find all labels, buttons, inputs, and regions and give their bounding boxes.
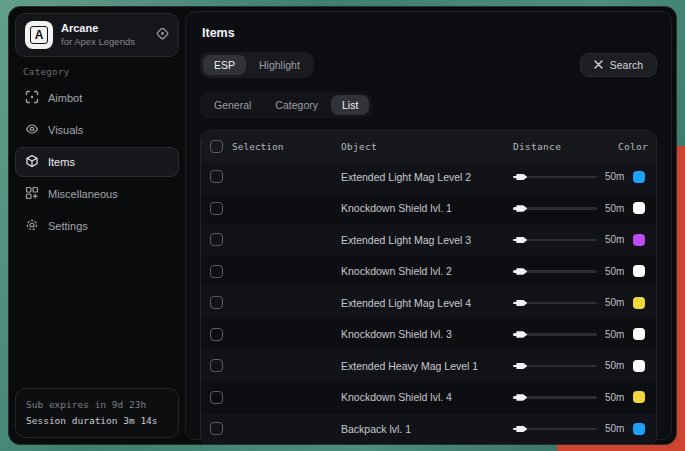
distance-value: 50m [605,360,626,371]
distance-slider[interactable] [513,298,597,308]
row-checkbox[interactable] [210,422,223,435]
color-swatch[interactable] [633,360,645,372]
table-row: Extended Light Mag Level 4 50m [201,287,656,319]
row-checkbox[interactable] [210,296,223,309]
object-name: Knockdown Shield lvl. 2 [341,265,513,277]
slider-thumb[interactable] [516,268,527,275]
distance-value: 50m [605,203,626,214]
object-name: Extended Heavy Mag Level 1 [341,360,513,372]
header-distance: Distance [513,141,616,152]
color-swatch[interactable] [633,265,645,277]
header-object: Object [341,141,513,152]
gem-icon[interactable] [156,26,169,44]
table-row: Knockdown Shield lvl. 1 50m [201,193,656,225]
color-swatch[interactable] [633,202,645,214]
sidebar-item-label: Items [48,156,75,168]
slider-thumb[interactable] [516,363,527,370]
sidebar-item-label: Miscellaneous [48,188,118,200]
search-button[interactable]: Search [580,53,657,77]
slider-thumb[interactable] [516,331,527,338]
app-window: A Arcane for Apex Legends Category Aimbo… [8,6,677,445]
mode-tab-highlight[interactable]: Highlight [248,55,311,75]
slider-thumb[interactable] [516,426,527,433]
slider-thumb[interactable] [516,300,527,307]
subscription-card: Sub expires in 9d 23h Session duration 3… [15,388,179,438]
mode-tab-group: ESPHighlight [200,52,314,78]
sidebar-item-items[interactable]: Items [15,147,179,177]
distance-value: 50m [605,266,626,277]
header-color: Color [616,141,656,152]
header-selection: Selection [232,141,283,152]
view-tab-general[interactable]: General [203,95,262,115]
items-table: Selection Object Distance Color Extended… [200,130,657,445]
row-checkbox[interactable] [210,233,223,246]
distance-slider[interactable] [513,235,597,245]
distance-value: 50m [605,171,626,182]
distance-value: 50m [605,423,626,434]
row-checkbox[interactable] [210,202,223,215]
slider-thumb[interactable] [516,237,527,244]
object-name: Extended Light Mag Level 4 [341,297,513,309]
row-checkbox[interactable] [210,265,223,278]
view-tab-group: GeneralCategoryList [200,92,372,118]
distance-slider[interactable] [513,361,597,371]
table-row: Knockdown Shield lvl. 2 50m [201,256,656,288]
table-header-row: Selection Object Distance Color [201,131,656,161]
distance-value: 50m [605,297,626,308]
logo-texts: Arcane for Apex Legends [61,22,148,48]
mode-tab-esp[interactable]: ESP [203,55,246,75]
row-checkbox[interactable] [210,328,223,341]
slider-thumb[interactable] [516,394,527,401]
sidebar-item-aimbot[interactable]: Aimbot [15,83,179,113]
app-name: Arcane [61,22,148,36]
slider-thumb[interactable] [516,205,527,212]
color-swatch[interactable] [633,297,645,309]
color-swatch[interactable] [633,391,645,403]
distance-value: 50m [605,234,626,245]
logo-letter: A [30,26,48,44]
table-body: Extended Light Mag Level 2 50m Knockdown… [201,161,656,445]
row-checkbox[interactable] [210,170,223,183]
view-tab-category[interactable]: Category [264,95,329,115]
cube-icon [25,154,39,170]
color-swatch[interactable] [633,328,645,340]
table-row: Backpack lvl. 1 50m [201,413,656,445]
select-all-checkbox[interactable] [210,140,223,153]
distance-slider[interactable] [513,329,597,339]
distance-slider[interactable] [513,172,597,182]
row-checkbox[interactable] [210,391,223,404]
distance-slider[interactable] [513,203,597,213]
app-logo: A [25,21,53,49]
category-label: Category [23,67,179,77]
sub-expires-text: Sub expires in 9d 23h [26,397,168,413]
sidebar-item-settings[interactable]: Settings [15,211,179,241]
eye-icon [25,122,39,138]
sidebar-nav: AimbotVisualsItemsMiscellaneousSettings [15,83,179,241]
distance-slider[interactable] [513,424,597,434]
sidebar-item-visuals[interactable]: Visuals [15,115,179,145]
color-swatch[interactable] [633,234,645,246]
distance-slider[interactable] [513,266,597,276]
search-button-label: Search [610,59,643,71]
distance-value: 50m [605,392,626,403]
session-duration-text: Session duration 3m 14s [26,413,168,429]
slider-thumb[interactable] [516,174,527,181]
color-swatch[interactable] [633,171,645,183]
main-panel: Items ESPHighlight Search GeneralCategor… [185,11,672,440]
object-name: Knockdown Shield lvl. 4 [341,391,513,403]
logo-card: A Arcane for Apex Legends [15,13,179,57]
sidebar-item-miscellaneous[interactable]: Miscellaneous [15,179,179,209]
view-tab-list[interactable]: List [331,95,369,115]
sidebar-item-label: Visuals [48,124,83,136]
distance-slider[interactable] [513,392,597,402]
color-swatch[interactable] [633,423,645,435]
sidebar-item-label: Aimbot [48,92,82,104]
page-title: Items [202,26,657,40]
table-row: Extended Light Mag Level 3 50m [201,224,656,256]
app-subtitle: for Apex Legends [61,36,148,48]
object-name: Backpack lvl. 1 [341,423,513,435]
crosshair-icon [25,90,39,106]
sidebar-item-label: Settings [48,220,88,232]
row-checkbox[interactable] [210,359,223,372]
gear-icon [25,218,39,234]
